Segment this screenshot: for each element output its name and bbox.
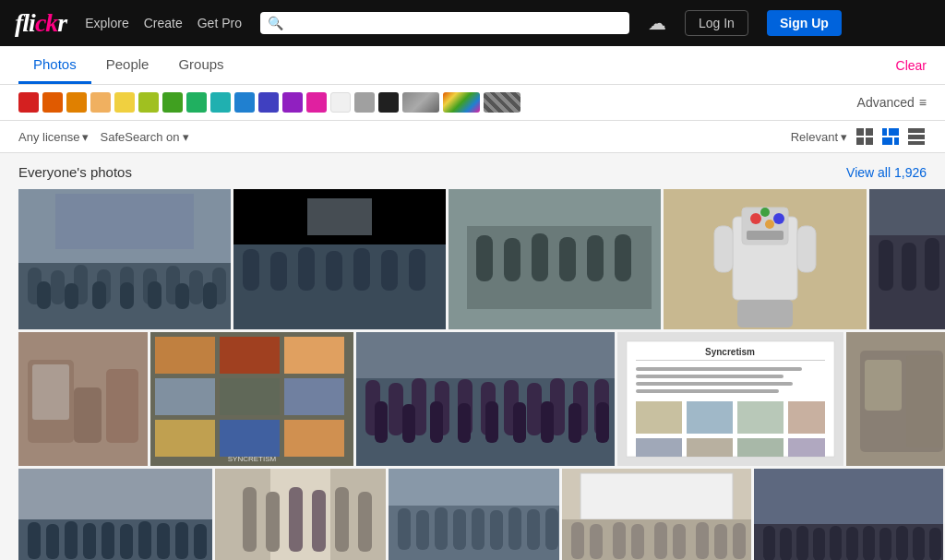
svg-rect-178 — [763, 526, 775, 560]
svg-rect-82 — [220, 378, 280, 415]
header: flickr Explore Create Get Pro 🔍 thatcamp… — [0, 0, 945, 46]
subnav-tabs: Photos People Groups — [18, 47, 239, 84]
svg-rect-120 — [737, 401, 784, 434]
login-button[interactable]: Log In — [685, 10, 748, 36]
swatch-orange-dark[interactable] — [42, 92, 63, 113]
svg-rect-9 — [908, 135, 925, 139]
swatch-black[interactable] — [378, 92, 399, 113]
photo-item[interactable] — [18, 332, 148, 466]
svg-rect-114 — [636, 367, 802, 371]
svg-rect-10 — [908, 141, 925, 145]
svg-rect-105 — [485, 401, 498, 443]
photo-item[interactable] — [846, 332, 945, 466]
swatch-blue[interactable] — [234, 92, 255, 113]
svg-rect-23 — [65, 283, 78, 309]
photo-item[interactable]: SYNCRETISM — [150, 332, 353, 466]
photo-item[interactable] — [869, 189, 945, 329]
svg-rect-85 — [220, 420, 280, 457]
justified-view-icon[interactable] — [880, 126, 901, 147]
photo-item[interactable]: Syncretism — [617, 332, 843, 466]
svg-rect-185 — [879, 528, 891, 560]
svg-rect-2 — [856, 137, 864, 145]
swatch-green[interactable] — [162, 92, 183, 113]
svg-rect-159 — [490, 510, 503, 550]
main-nav: Explore Create Get Pro — [85, 16, 242, 30]
getpro-link[interactable]: Get Pro — [197, 16, 242, 30]
svg-rect-117 — [636, 389, 779, 393]
svg-rect-115 — [636, 375, 784, 378]
safesearch-filter[interactable]: SafeSearch on ▾ — [100, 130, 188, 144]
photo-item[interactable] — [233, 189, 446, 329]
signup-button[interactable]: Sign Up — [767, 10, 842, 36]
create-link[interactable]: Create — [144, 16, 183, 30]
upload-button[interactable]: ☁ — [648, 12, 666, 34]
photo-row-1 — [18, 189, 927, 329]
swatch-pink[interactable] — [306, 92, 327, 113]
svg-rect-60 — [797, 226, 816, 272]
photo-item[interactable] — [18, 469, 212, 560]
svg-rect-46 — [504, 238, 520, 281]
photo-item[interactable] — [449, 189, 661, 329]
photo-item[interactable] — [754, 469, 943, 560]
svg-point-55 — [760, 208, 770, 217]
svg-rect-160 — [508, 507, 521, 550]
explore-link[interactable]: Explore — [85, 16, 128, 30]
svg-rect-74 — [32, 364, 69, 420]
svg-rect-38 — [381, 250, 398, 291]
tab-photos[interactable]: Photos — [18, 47, 91, 84]
photo-item[interactable] — [664, 189, 867, 329]
swatch-violet[interactable] — [282, 92, 303, 113]
svg-rect-149 — [312, 490, 326, 552]
svg-point-54 — [750, 213, 761, 224]
svg-rect-169 — [631, 524, 644, 559]
swatch-gray[interactable] — [354, 92, 375, 113]
advanced-button[interactable]: Advanced ≡ — [857, 95, 927, 110]
svg-rect-4 — [882, 128, 887, 136]
svg-rect-168 — [613, 522, 626, 559]
svg-rect-158 — [472, 508, 484, 550]
svg-rect-136 — [83, 523, 96, 559]
svg-rect-138 — [120, 524, 133, 559]
list-view-icon[interactable] — [906, 126, 927, 147]
swatch-green-teal[interactable] — [186, 92, 207, 113]
svg-rect-25 — [120, 282, 134, 309]
swatch-white[interactable] — [330, 92, 351, 113]
swatch-yellow-green[interactable] — [138, 92, 159, 113]
swatch-yellow[interactable] — [114, 92, 135, 113]
svg-rect-124 — [737, 438, 784, 457]
photo-item[interactable] — [389, 469, 559, 560]
swatch-red[interactable] — [18, 92, 39, 113]
tab-groups[interactable]: Groups — [163, 47, 238, 84]
license-filter[interactable]: Any license ▾ — [18, 130, 89, 144]
swatch-peach[interactable] — [90, 92, 111, 113]
subnav: Photos People Groups Clear — [0, 46, 945, 85]
swatch-multicolor3[interactable] — [484, 92, 520, 113]
options-bar: Any license ▾ SafeSearch on ▾ Relevant ▾ — [0, 121, 945, 153]
svg-rect-174 — [733, 523, 746, 559]
photo-item[interactable] — [356, 332, 615, 466]
photo-item[interactable] — [562, 469, 751, 560]
svg-rect-27 — [175, 283, 189, 309]
grid-view-icon[interactable] — [855, 126, 875, 147]
swatch-multicolor2[interactable] — [443, 92, 480, 113]
swatch-teal[interactable] — [210, 92, 231, 113]
swatch-multicolor1[interactable] — [402, 92, 439, 113]
swatch-orange[interactable] — [66, 92, 87, 113]
svg-rect-59 — [714, 226, 733, 272]
svg-rect-181 — [813, 528, 825, 560]
svg-rect-150 — [335, 487, 349, 552]
svg-rect-34 — [270, 252, 287, 291]
photo-item[interactable] — [215, 469, 386, 560]
swatch-blue-violet[interactable] — [258, 92, 279, 113]
view-all-link[interactable]: View all 1,926 — [846, 165, 927, 180]
svg-rect-133 — [28, 522, 41, 559]
svg-rect-141 — [175, 522, 188, 559]
sort-button[interactable]: Relevant ▾ — [791, 130, 847, 144]
svg-rect-102 — [402, 404, 415, 443]
tab-people[interactable]: People — [91, 47, 164, 84]
safesearch-chevron-icon: ▾ — [183, 130, 189, 144]
clear-button[interactable]: Clear — [896, 58, 927, 73]
search-input[interactable]: thatcamp — [289, 16, 622, 30]
svg-rect-171 — [673, 524, 686, 559]
photo-item[interactable] — [18, 189, 231, 329]
